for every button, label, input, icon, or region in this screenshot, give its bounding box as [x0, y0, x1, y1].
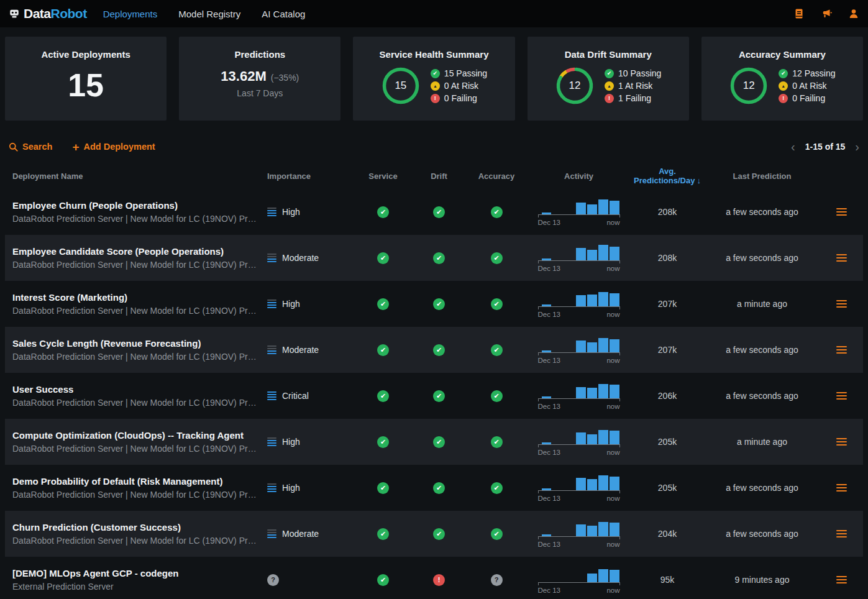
table-row[interactable]: User Success DataRobot Prediction Server…: [5, 373, 863, 419]
deployment-subtitle: DataRobot Prediction Server | New Model …: [12, 398, 257, 408]
summary-card: Predictions 13.62M (−35%) Last 7 Days: [179, 37, 340, 121]
docs-icon[interactable]: [793, 8, 805, 19]
user-icon[interactable]: [848, 8, 859, 19]
row-menu-icon[interactable]: [834, 436, 849, 449]
datarobot-logo[interactable]: DataRobot: [9, 6, 87, 21]
table-row[interactable]: [DEMO] MLOps Agent GCP - codegen Externa…: [5, 557, 863, 599]
row-menu-cell: [820, 344, 863, 357]
search-button[interactable]: Search: [9, 142, 52, 152]
drift-status-cell: ✔: [413, 344, 465, 356]
table-row[interactable]: Employee Churn (People Operations) DataR…: [5, 189, 863, 235]
passing-status-icon: ✔: [491, 252, 503, 264]
add-deployment-label: Add Deployment: [83, 142, 155, 152]
card-delta: (−35%): [271, 73, 299, 83]
row-menu-icon[interactable]: [834, 298, 849, 311]
column-header-avg[interactable]: Avg. Predictions/Day↓: [630, 167, 705, 185]
column-header-importance[interactable]: Importance: [257, 171, 354, 181]
column-header-service[interactable]: Service: [368, 171, 397, 181]
activity-sparkline: Dec 13now: [538, 382, 620, 410]
row-menu-cell: [820, 436, 863, 449]
sparkline-end-label: now: [606, 403, 619, 410]
nav-item-model-registry[interactable]: Model Registry: [178, 9, 240, 19]
row-menu-icon[interactable]: [834, 528, 849, 541]
sort-descending-icon: ↓: [697, 176, 701, 185]
service-status-cell: ✔: [354, 206, 413, 218]
row-menu-cell: [820, 528, 863, 541]
row-menu-icon[interactable]: [834, 390, 849, 403]
passing-status-icon: ✔: [779, 69, 788, 78]
passing-status-icon: ✔: [491, 390, 503, 402]
column-header-accuracy[interactable]: Accuracy: [478, 171, 515, 181]
add-deployment-button[interactable]: + Add Deployment: [72, 141, 155, 153]
table-row[interactable]: Sales Cycle Length (Revenue Forecasting)…: [5, 327, 863, 373]
deployment-name: Sales Cycle Length (Revenue Forecasting): [12, 338, 257, 349]
search-label: Search: [22, 142, 52, 152]
activity-sparkline: Dec 13now: [538, 474, 620, 502]
drift-status-cell: ✔: [413, 252, 465, 264]
table-row[interactable]: Compute Optimization (CloudOps) -- Track…: [5, 419, 863, 465]
service-status-cell: ✔: [354, 528, 413, 540]
deployment-name: Employee Churn (People Operations): [12, 200, 257, 211]
sparkline-low-bar: [542, 213, 551, 214]
pagination-prev-icon[interactable]: ‹: [791, 140, 795, 153]
row-menu-cell: [820, 482, 863, 495]
at-risk-status-icon: ▲: [605, 81, 614, 91]
importance-label: Critical: [282, 391, 309, 401]
table-row[interactable]: Employee Candidate Score (People Operati…: [5, 235, 863, 281]
table-row[interactable]: Demo Probability of Default (Risk Manage…: [5, 465, 863, 511]
row-menu-icon[interactable]: [834, 344, 849, 357]
pagination-next-icon[interactable]: ›: [855, 140, 859, 153]
row-menu-icon[interactable]: [834, 574, 849, 587]
row-menu-icon[interactable]: [834, 252, 849, 265]
sparkline-low-bar: [542, 442, 551, 444]
importance-level-icon: [267, 345, 276, 355]
sparkline-end-label: now: [606, 449, 619, 456]
accuracy-status-cell: ✔: [465, 206, 528, 218]
accuracy-status-cell: ✔: [465, 390, 528, 402]
row-menu-icon[interactable]: [834, 482, 849, 495]
deployment-name: Employee Candidate Score (People Operati…: [12, 246, 257, 257]
table-row[interactable]: Churn Prediction (Customer Success) Data…: [5, 511, 863, 557]
row-menu-cell: [820, 298, 863, 311]
passing-status-icon: ✔: [605, 69, 614, 78]
drift-status-cell: !: [413, 574, 465, 586]
service-status-cell: ✔: [354, 344, 413, 356]
activity-cell: Dec 13now: [528, 520, 630, 548]
announcements-icon[interactable]: [821, 8, 832, 19]
importance-cell: High: [257, 299, 354, 309]
column-header-last[interactable]: Last Prediction: [733, 171, 792, 181]
importance-cell: ?: [257, 574, 354, 586]
sparkline-axis: [538, 444, 620, 447]
passing-status-icon: ✔: [491, 298, 503, 310]
last-prediction-value: a few seconds ago: [705, 483, 820, 493]
logo-wordmark: DataRobot: [24, 6, 87, 21]
row-menu-cell: [820, 252, 863, 265]
sparkline-low-bar: [542, 304, 551, 306]
service-status-cell: ✔: [354, 482, 413, 494]
table-row[interactable]: Interest Score (Marketing) DataRobot Pre…: [5, 281, 863, 327]
nav-item-ai-catalog[interactable]: AI Catalog: [262, 9, 305, 19]
column-header-name[interactable]: Deployment Name: [5, 171, 257, 181]
passing-status-icon: ✔: [433, 344, 445, 356]
avg-predictions-value: 208k: [630, 207, 705, 217]
service-status-cell: ✔: [354, 390, 413, 402]
passing-status-icon: ✔: [433, 252, 445, 264]
last-prediction-value: a minute ago: [705, 437, 820, 447]
activity-sparkline: Dec 13now: [538, 244, 620, 272]
sparkline-start-label: Dec 13: [538, 495, 560, 502]
accuracy-status-cell: ✔: [465, 436, 528, 448]
legend-label: 12 Passing: [792, 68, 835, 78]
row-menu-icon[interactable]: [834, 206, 849, 219]
sparkline-start-label: Dec 13: [538, 265, 560, 272]
passing-status-icon: ✔: [377, 390, 389, 402]
activity-sparkline: Dec 13now: [538, 520, 620, 548]
sparkline-axis: [538, 214, 620, 217]
nav-item-deployments[interactable]: Deployments: [103, 9, 158, 19]
column-header-activity[interactable]: Activity: [564, 171, 593, 181]
column-header-drift[interactable]: Drift: [431, 171, 447, 181]
card-title: Accuracy Summary: [739, 49, 826, 60]
activity-cell: Dec 13now: [528, 474, 630, 502]
deployment-name: Churn Prediction (Customer Success): [12, 522, 257, 533]
ring-total: 15: [381, 66, 421, 106]
card-title: Active Deployments: [41, 49, 130, 60]
